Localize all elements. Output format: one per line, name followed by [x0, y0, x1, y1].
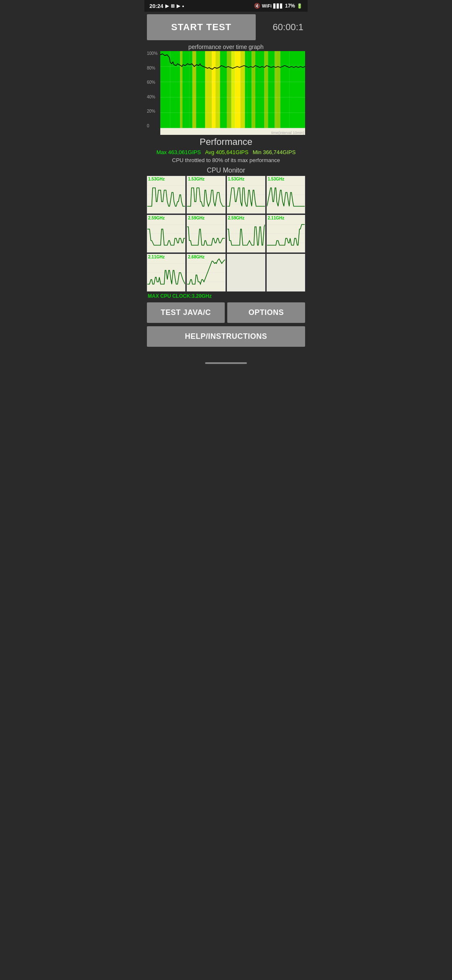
cpu-cell-4: 2.59GHz — [147, 215, 185, 253]
svg-rect-4 — [182, 51, 193, 128]
timer-display: 60:00:1 — [259, 22, 305, 33]
svg-rect-8 — [212, 51, 216, 128]
svg-rect-19 — [268, 51, 275, 128]
cpu-cell-9: 2.68GHz — [187, 254, 225, 291]
perf-avg: Avg 405,641GIPS — [205, 149, 249, 155]
nav-bar — [144, 357, 308, 369]
svg-rect-9 — [216, 51, 220, 128]
svg-rect-21 — [280, 51, 290, 128]
cpu-cell-6: 2.59GHz — [227, 215, 265, 253]
status-right: 🔇 WiFi ▋▋▋ 17% 🔋 — [254, 3, 303, 9]
start-test-button[interactable]: START TEST — [147, 14, 256, 40]
svg-rect-13 — [235, 51, 240, 128]
graph-canvas: time(interval 10min) — [160, 51, 305, 135]
svg-rect-5 — [193, 51, 196, 128]
svg-rect-12 — [231, 51, 235, 128]
cpu-grid: 1.53GHz 1.53GHz — [147, 176, 305, 291]
cpu-cell-1: 1.53GHz — [187, 176, 225, 214]
svg-rect-14 — [240, 51, 245, 128]
svg-rect-1 — [160, 51, 170, 128]
youtube-icon: ▶ — [165, 3, 169, 9]
svg-rect-16 — [252, 51, 255, 128]
y-axis: 100% 80% 60% 40% 20% 0 — [147, 51, 160, 135]
graph-container: 100% 80% 60% 40% 20% 0 — [147, 51, 305, 135]
max-cpu-label: MAX CPU CLOCK:3.20GHz — [147, 293, 305, 299]
battery-icon: 🔋 — [297, 3, 303, 9]
cpu-cell-11 — [267, 254, 305, 291]
cpu-cell-5: 2.59GHz — [187, 215, 225, 253]
nav-pill — [205, 362, 247, 364]
time-display: 20:24 — [149, 3, 163, 9]
graph-title: performance over time graph — [147, 44, 305, 50]
cpu-cell-2: 1.53GHz — [227, 176, 265, 214]
perf-min: Min 366,744GIPS — [253, 149, 296, 155]
test-java-c-button[interactable]: TEST JAVA/C — [147, 302, 225, 323]
svg-rect-72 — [227, 254, 265, 291]
svg-rect-11 — [227, 51, 231, 128]
svg-rect-17 — [255, 51, 265, 128]
status-left: 20:24 ▶ ⊞ ▶ • — [149, 3, 184, 9]
svg-rect-3 — [180, 51, 182, 128]
cpu-cell-10 — [227, 254, 265, 291]
cpu-cell-7: 2.11GHz — [267, 215, 305, 253]
performance-stats: Max 463,061GIPS Avg 405,641GIPS Min 366,… — [147, 149, 305, 155]
mute-icon: 🔇 — [254, 3, 260, 9]
cast-icon: ⊞ — [171, 3, 175, 9]
svg-rect-18 — [265, 51, 268, 128]
top-row: START TEST 60:00:1 — [147, 14, 305, 40]
svg-rect-22 — [289, 51, 305, 128]
svg-rect-6 — [196, 51, 205, 128]
svg-rect-73 — [267, 254, 305, 291]
main-content: START TEST 60:00:1 performance over time… — [144, 12, 308, 353]
signal-icon: ▋▋▋ — [273, 4, 283, 8]
performance-title: Performance — [147, 137, 305, 147]
svg-rect-7 — [205, 51, 212, 128]
cpu-cell-0: 1.53GHz — [147, 176, 185, 214]
x-axis-label: time(interval 10min) — [271, 131, 304, 135]
graph-section: performance over time graph 100% 80% 60%… — [147, 44, 305, 135]
status-bar: 20:24 ▶ ⊞ ▶ • 🔇 WiFi ▋▋▋ 17% 🔋 — [144, 0, 308, 12]
svg-rect-20 — [275, 51, 280, 128]
perf-throttle: CPU throttled to 80% of its max performa… — [147, 157, 305, 163]
cpu-monitor-title: CPU Monitor — [147, 167, 305, 174]
performance-section: Performance Max 463,061GIPS Avg 405,641G… — [147, 137, 305, 163]
cpu-cell-3: 1.53GHz — [267, 176, 305, 214]
svg-rect-15 — [245, 51, 252, 128]
svg-rect-2 — [170, 51, 180, 128]
battery-display: 17% — [285, 3, 295, 9]
cpu-cell-8: 2.11GHz — [147, 254, 185, 291]
svg-rect-10 — [220, 51, 227, 128]
perf-max: Max 463,061GIPS — [157, 149, 201, 155]
wifi-icon: WiFi — [262, 3, 272, 8]
youtube-icon2: ▶ — [177, 3, 180, 9]
help-instructions-button[interactable]: HELP/INSTRUCTIONS — [147, 326, 305, 347]
cpu-monitor-section: CPU Monitor 1.53GHz 1.53GHz — [147, 167, 305, 299]
bottom-buttons: TEST JAVA/C OPTIONS — [147, 302, 305, 323]
options-button[interactable]: OPTIONS — [227, 302, 305, 323]
dot-icon: • — [182, 3, 184, 9]
